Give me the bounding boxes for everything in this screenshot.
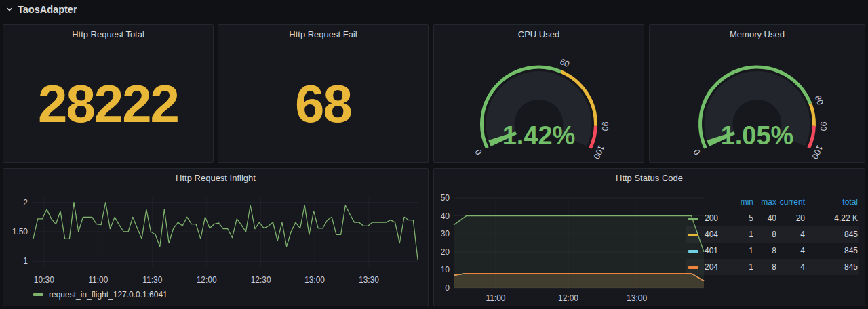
panel-title-http-request-inflight[interactable]: Http Request Inflight xyxy=(3,173,428,183)
chevron-down-icon xyxy=(5,5,14,14)
gauge-tick-label: 80 xyxy=(813,94,825,106)
y-tick-label: 40 xyxy=(441,211,450,221)
inflight-chart-svg: 11.50210:3011:0011:3012:0012:3013:0013:3… xyxy=(3,169,429,307)
legend-value-current: 4 xyxy=(778,226,806,243)
y-tick-label: 20 xyxy=(441,247,450,257)
legend-header-max[interactable]: max xyxy=(755,194,778,210)
panel-http-status-code: 0102030405011:0012:0013:00 Http Status C… xyxy=(433,168,865,306)
x-tick-label: 12:00 xyxy=(558,293,578,303)
legend-series-name[interactable]: 401 xyxy=(702,243,729,259)
x-tick-label: 11:00 xyxy=(88,275,108,285)
legend-series-name[interactable]: 404 xyxy=(702,226,729,243)
panel-cpu-used: CPU Used 06090100 1.42% xyxy=(433,24,644,163)
gauge-tick-label: 0 xyxy=(692,148,703,156)
legend-header-total[interactable]: total xyxy=(806,194,859,210)
legend-row-200[interactable]: 200540204.22 K xyxy=(686,210,859,226)
legend-value-max: 8 xyxy=(755,259,778,275)
legend-row-404[interactable]: 404184845 xyxy=(686,226,859,243)
y-tick-label: 0 xyxy=(445,283,450,293)
x-tick-label: 13:00 xyxy=(304,275,325,285)
panel-title-http-status-code[interactable]: Http Status Code xyxy=(434,173,865,183)
legend-value-max: 8 xyxy=(755,226,778,243)
series-swatch-204 xyxy=(688,266,698,269)
status-legend-table: minmaxcurrenttotal200540204.22 K40418484… xyxy=(686,194,859,275)
legend-row-401[interactable]: 401184845 xyxy=(686,243,859,259)
x-tick-label: 10:30 xyxy=(34,275,54,285)
series-swatch-401 xyxy=(688,250,698,253)
x-tick-label: 13:30 xyxy=(359,275,379,285)
panel-http-request-fail: Http Request Fail 68 xyxy=(218,24,429,163)
legend-value-min: 1 xyxy=(729,259,755,275)
legend-value-min: 5 xyxy=(729,210,755,226)
cpu-used-value: 1.42% xyxy=(434,123,644,148)
y-tick-label: 1 xyxy=(23,256,28,266)
legend-value-total: 845 xyxy=(806,226,859,243)
legend-value-current: 4 xyxy=(778,243,806,259)
y-tick-label: 10 xyxy=(441,265,450,274)
x-tick-label: 11:00 xyxy=(486,293,505,303)
x-tick-label: 12:30 xyxy=(251,275,271,285)
x-tick-label: 11:30 xyxy=(142,275,162,285)
inflight-legend-label: request_in_flight_127.0.0.1:6041 xyxy=(49,290,167,300)
series-swatch-green xyxy=(33,293,43,296)
stat-value-http-request-fail: 68 xyxy=(218,77,428,130)
series-swatch-200 xyxy=(688,218,698,220)
inflight-legend-item[interactable]: request_in_flight_127.0.0.1:6041 xyxy=(33,290,167,300)
series-swatch-404 xyxy=(688,234,698,236)
legend-value-total: 845 xyxy=(806,259,859,275)
panel-memory-used: Memory Used 08090100 1.05% xyxy=(649,24,865,163)
x-tick-label: 12:00 xyxy=(197,275,217,285)
legend-value-total: 4.22 K xyxy=(806,210,859,226)
series-fill-204 xyxy=(454,274,704,288)
legend-header-current[interactable]: current xyxy=(778,194,806,210)
legend-value-min: 1 xyxy=(729,226,755,243)
panel-title-cpu-used[interactable]: CPU Used xyxy=(434,29,644,39)
legend-value-min: 1 xyxy=(729,243,755,259)
x-tick-label: 13:00 xyxy=(627,293,647,303)
row-title: TaosAdapter xyxy=(18,4,77,15)
legend-series-name[interactable]: 200 xyxy=(702,210,729,226)
legend-header-min[interactable]: min xyxy=(729,194,755,210)
y-tick-label: 30 xyxy=(441,229,450,239)
legend-row-204[interactable]: 204184845 xyxy=(686,259,859,275)
legend-value-current: 20 xyxy=(778,210,806,226)
panel-title-memory-used[interactable]: Memory Used xyxy=(650,29,865,39)
gauge-tick-label: 60 xyxy=(559,57,571,69)
y-tick-label: 50 xyxy=(441,193,450,203)
legend-series-name[interactable]: 204 xyxy=(702,259,729,275)
gauge-tick-label: 0 xyxy=(473,148,484,156)
dashboard-row-header[interactable]: TaosAdapter xyxy=(0,0,77,19)
memory-used-value: 1.05% xyxy=(650,123,865,148)
y-tick-label: 2 xyxy=(23,198,28,207)
series-line-request_in_flight_127.0.0.1:6041 xyxy=(33,203,418,260)
panel-http-request-inflight: 11.50210:3011:0011:3012:0012:3013:0013:3… xyxy=(3,168,429,306)
legend-value-current: 4 xyxy=(778,259,806,275)
legend-header-row: minmaxcurrenttotal xyxy=(686,194,859,210)
panel-title-http-request-total[interactable]: Http Request Total xyxy=(3,29,213,39)
panel-http-request-total: Http Request Total 28222 xyxy=(3,24,214,163)
panel-title-http-request-fail[interactable]: Http Request Fail xyxy=(218,29,428,39)
stat-value-http-request-total: 28222 xyxy=(3,77,213,130)
legend-value-max: 40 xyxy=(755,210,778,226)
legend-value-total: 845 xyxy=(806,243,859,259)
legend-value-max: 8 xyxy=(755,243,778,259)
y-tick-label: 1.50 xyxy=(12,227,28,236)
